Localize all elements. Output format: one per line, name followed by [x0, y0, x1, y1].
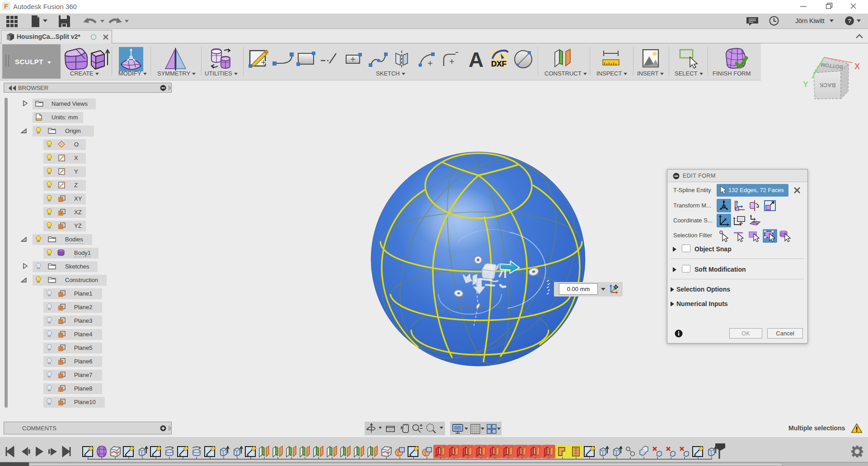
svg-text:A: A [469, 48, 483, 71]
svg-text:DXF: DXF [491, 60, 507, 68]
svg-text:?: ? [848, 18, 851, 24]
svg-text:Jörn Kiwitt: Jörn Kiwitt [795, 17, 825, 24]
svg-text:Y: Y [803, 80, 808, 89]
svg-text:BACK: BACK [819, 82, 835, 88]
svg-text:X: X [854, 62, 860, 71]
